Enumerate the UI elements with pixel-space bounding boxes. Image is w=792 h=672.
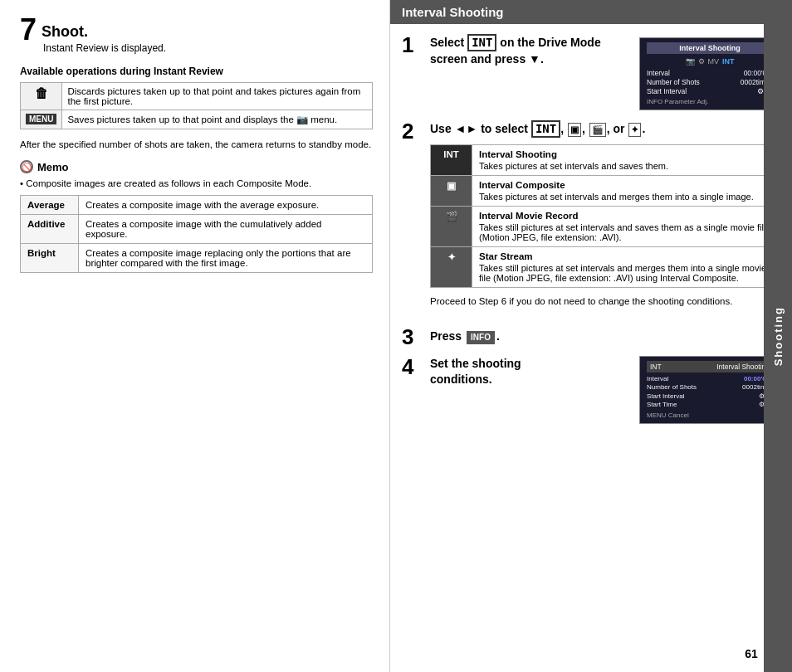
scr-icon-gear: ⚙ [698, 57, 705, 66]
scr2-header: INT Interval Shooting [647, 361, 773, 373]
int-icon-cell: INT [431, 144, 472, 175]
shooting-tab: Shooting [764, 0, 792, 672]
bright-desc: Creates a composite image replacing only… [79, 244, 373, 273]
opt-desc-int: Takes pictures at set intervals and save… [479, 161, 773, 171]
scr2-header-left: INT [650, 363, 662, 371]
memo-title: Memo [37, 161, 69, 173]
menu-box: MENU [26, 114, 56, 124]
step-7-number: 7 [20, 15, 37, 45]
step-1-row: 1 Interval Shooting 📷 ⚙ MV INT Interval … [402, 34, 780, 110]
movie-option-desc: Interval Movie Record Takes still pictur… [472, 206, 780, 246]
step-4-number: 4 [402, 356, 425, 377]
table-row: Additive Creates a composite image with … [21, 215, 373, 244]
memo-header: 🚫 Memo [20, 160, 373, 173]
scr2-row-interval: Interval 00:00'02" [647, 375, 773, 382]
table-row: Average Creates a composite image with t… [21, 196, 373, 215]
step-7-title: Shoot. [42, 15, 166, 41]
scr-icon-camera: 📷 [686, 57, 695, 66]
step-1-number: 1 [402, 34, 425, 56]
step-1-screenshot: Interval Shooting 📷 ⚙ MV INT Interval 00… [639, 37, 780, 110]
additive-label: Additive [21, 215, 79, 244]
scr-row-interval: Interval 00:00'02" [647, 69, 773, 77]
info-box: INFO [467, 331, 495, 344]
opt-desc-star: Takes still pictures at set intervals an… [479, 263, 773, 283]
scr2-footer: MENU Cancel OK [647, 411, 773, 419]
star-icon-cell: ✦ [431, 246, 472, 287]
memo-bullet-text: • Composite images are created as follow… [20, 177, 373, 190]
int-option-desc: Interval Shooting Takes pictures at set … [472, 144, 780, 175]
step-2-content: Use ◄► to select INT, ▣, 🎬, or ✦. INT In… [430, 120, 780, 316]
int-code-2: INT [531, 120, 560, 138]
scr-row-shots: Number of Shots 0002times [647, 78, 773, 86]
memo-section: 🚫 Memo • Composite images are created as… [20, 160, 373, 273]
bright-label: Bright [21, 244, 79, 273]
scr-start-label: Start Interval [647, 87, 687, 95]
scr-row-start: Start Interval ⚙🕒 [647, 87, 773, 95]
opt-title-star: Star Stream [479, 251, 773, 261]
after-shots-text: After the specified number of shots are … [20, 138, 373, 152]
opt-desc-movie: Takes still pictures at set intervals an… [479, 222, 773, 242]
step-2-instruction: Use ◄► to select INT, ▣, 🎬, or ✦. [430, 120, 780, 138]
average-label: Average [21, 196, 79, 215]
operations-table: 🗑 Discards pictures taken up to that poi… [20, 82, 373, 129]
scr2-row-startinterval: Start Interval ⚙🕒 [647, 392, 773, 400]
scr-shots-label: Number of Shots [647, 78, 700, 86]
operation-2-desc: Saves pictures taken up to that point an… [62, 110, 373, 129]
trash-icon-cell: 🗑 [21, 83, 62, 110]
scr2-row-shots: Number of Shots 0002times [647, 383, 773, 391]
menu-icon-cell: MENU [21, 110, 62, 129]
additive-desc: Creates a composite image with the cumul… [79, 215, 373, 244]
table-row: ✦ Star Stream Takes still pictures at se… [431, 246, 780, 287]
step-4-content: INT Interval Shooting Interval 00:00'02"… [430, 356, 780, 425]
step-4-screenshot: INT Interval Shooting Interval 00:00'02"… [639, 356, 780, 425]
step-3-row: 3 Press INFO. [402, 326, 780, 348]
step-2-number: 2 [402, 120, 425, 142]
step-1-content: Interval Shooting 📷 ⚙ MV INT Interval 00… [430, 34, 780, 110]
scr-icons-row: 📷 ⚙ MV INT [647, 57, 773, 66]
right-panel: Interval Shooting 1 Interval Shooting 📷 … [390, 0, 792, 672]
step-2-row: 2 Use ◄► to select INT, ▣, 🎬, or ✦. INT … [402, 120, 780, 316]
step-3-instruction: Press INFO. [430, 329, 780, 345]
page-number: 61 [739, 647, 764, 660]
table-row: ▣ Interval Composite Takes pictures at s… [431, 175, 780, 206]
trash-icon: 🗑 [35, 86, 48, 100]
operation-1-desc: Discards pictures taken up to that point… [62, 83, 373, 110]
opt-title-movie: Interval Movie Record [479, 211, 773, 221]
step-3-number: 3 [402, 326, 425, 348]
step-7-subtitle: Instant Review is displayed. [43, 42, 166, 54]
composite-option-desc: Interval Composite Takes pictures at set… [472, 175, 780, 206]
scr2-footer-left: MENU Cancel [647, 411, 689, 419]
side-tab-label: Shooting [772, 306, 785, 366]
step-4-row: 4 INT Interval Shooting Interval 00:00'0… [402, 356, 780, 425]
scr-icon-int: INT [722, 57, 735, 66]
movie-icon: 🎬 [589, 123, 606, 137]
movie-icon-cell: 🎬 [431, 206, 472, 246]
available-ops-heading: Available operations during Instant Revi… [20, 66, 373, 77]
table-row: 🗑 Discards pictures taken up to that poi… [21, 83, 373, 110]
table-row: Bright Creates a composite image replaci… [21, 244, 373, 273]
table-row: MENU Saves pictures taken up to that poi… [21, 110, 373, 129]
scr-interval-label: Interval [647, 69, 670, 77]
options-table: INT Interval Shooting Takes pictures at … [430, 144, 780, 288]
opt-desc-composite: Takes pictures at set intervals and merg… [479, 192, 773, 202]
scr2-interval-label: Interval [647, 375, 668, 382]
scr-footer-left: INFO Parameter Adj. [647, 98, 708, 105]
scr-footer: INFO Parameter Adj. OK [647, 98, 773, 105]
composite-table: Average Creates a composite image with t… [20, 195, 373, 273]
scr2-starttime-label: Start Time [647, 401, 677, 408]
scr2-startinterval-label: Start Interval [647, 392, 684, 400]
camera-icon: 📷 [296, 114, 308, 124]
scr2-header-right: Interval Shooting [716, 363, 770, 371]
right-content: 1 Interval Shooting 📷 ⚙ MV INT Interval … [390, 34, 792, 424]
star-icon: ✦ [628, 123, 641, 137]
opt-title-int: Interval Shooting [479, 149, 773, 159]
int-code: INT [467, 34, 496, 51]
average-desc: Creates a composite image with the avera… [79, 196, 373, 215]
step-3-content: Press INFO. [430, 329, 780, 345]
scr2-row-starttime: Start Time ⚙🕒 [647, 401, 773, 408]
memo-icon: 🚫 [20, 160, 33, 173]
scr2-shots-label: Number of Shots [647, 383, 697, 391]
scr-icon-mv: MV [708, 57, 720, 66]
scr-title: Interval Shooting [647, 42, 773, 54]
table-row: 🎬 Interval Movie Record Takes still pict… [431, 206, 780, 246]
